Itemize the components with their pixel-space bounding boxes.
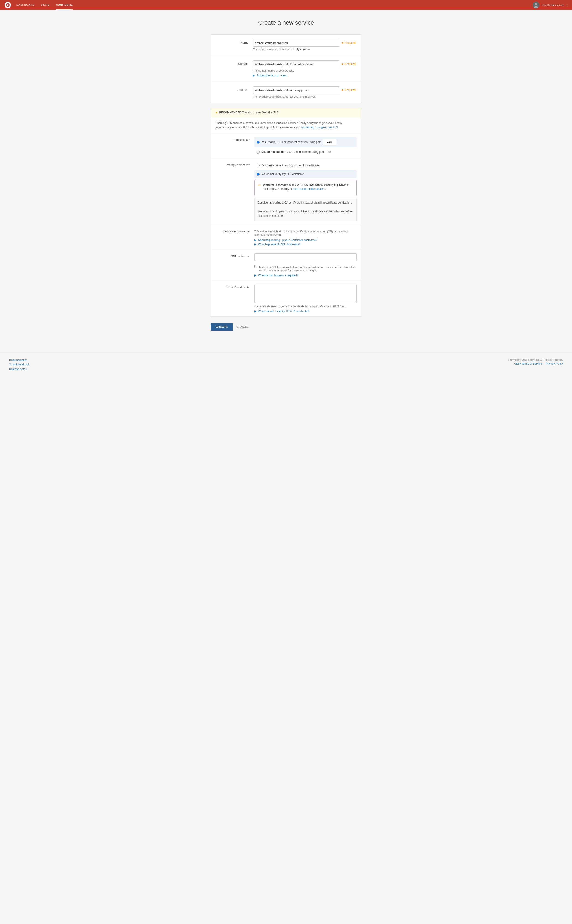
footer-release-link[interactable]: Release notes [9, 367, 30, 371]
page-wrapper: Create a new service Name ★ Required The… [206, 10, 366, 353]
footer-left: Documentation Submit feedback Release no… [9, 358, 30, 371]
enable-tls-controls: Yes, enable TLS and connect securely usi… [254, 137, 356, 155]
tls-ca-link[interactable]: When should I specify TLS CA certificate… [258, 310, 309, 313]
address-input-wrapper: ★ Required [253, 87, 356, 94]
name-input-wrapper: ★ Required [253, 39, 356, 47]
svg-point-7 [535, 3, 537, 5]
verify-yes-label: Yes, verify the authenticity of the TLS … [261, 163, 319, 167]
nav-configure[interactable]: CONFIGURE [56, 0, 73, 10]
tls-header-text: RECOMMENDED Transport Layer Security (TL… [219, 111, 280, 114]
tls-ca-label: TLS CA certificate [216, 285, 254, 289]
footer-privacy-link[interactable]: Privacy Policy [546, 362, 563, 365]
warning-text: Warning - Not verifying the certificate … [263, 183, 353, 191]
domain-controls: ★ Required The domain name of your websi… [253, 60, 356, 77]
sni-controls: Match the SNI hostname to the Certificat… [254, 253, 356, 277]
verify-no-option: No, do not verify my TLS certificate [254, 170, 356, 178]
tls-yes-label: Yes, enable TLS and connect securely usi… [261, 140, 321, 144]
chevron-down-icon[interactable] [566, 4, 567, 6]
tls-section: ● RECOMMENDED Transport Layer Security (… [211, 108, 361, 317]
footer-copyright: Copyright © 2018 Fastly Inc. All Rights … [508, 358, 563, 361]
warning-inner: ⚠ Warning - Not verifying the certificat… [258, 183, 353, 191]
cancel-button[interactable]: CANCEL [236, 323, 249, 331]
navbar-right: user@example.com [533, 2, 567, 8]
domain-required: ★ Required [341, 62, 356, 66]
verify-cert-controls: Yes, verify the authenticity of the TLS … [254, 163, 356, 221]
cert-hostname-hint: This value is matched against the certif… [254, 230, 356, 236]
domain-hint: The domain name of your website [253, 69, 356, 72]
footer: Documentation Submit feedback Release no… [0, 353, 572, 375]
mitm-link[interactable]: man-in-the-middle attacks [293, 187, 324, 191]
verify-cert-row: Verify certificate? Yes, verify the auth… [211, 159, 361, 225]
sni-match-checkbox[interactable] [254, 265, 257, 268]
footer-feedback-link[interactable]: Submit feedback [9, 363, 30, 366]
nav-links: DASHBOARD STATS CONFIGURE [16, 0, 533, 10]
enable-tls-row: Enable TLS? Yes, enable TLS and connect … [211, 133, 361, 159]
info-line1: Consider uploading a CA certificate inst… [258, 200, 353, 205]
domain-input-wrapper: ★ Required [253, 60, 356, 68]
logo[interactable] [5, 2, 11, 8]
tls-description: Enabling TLS ensures a private and unmod… [211, 117, 361, 133]
address-row: Address ★ Required The IP address (or ho… [211, 82, 361, 103]
name-controls: ★ Required The name of your service, suc… [253, 39, 356, 51]
tls-yes-option: Yes, enable TLS and connect securely usi… [254, 137, 356, 147]
sni-row: SNI hostname Match the SNI hostname to t… [211, 250, 361, 281]
cert-hostname-link2[interactable]: What happened to SSL hostname? [258, 243, 301, 246]
tls-ca-textarea[interactable] [254, 285, 356, 303]
verify-yes-radio[interactable] [256, 164, 260, 167]
info-box: Consider uploading a CA certificate inst… [254, 198, 356, 221]
domain-link[interactable]: Setting the domain name [257, 74, 287, 77]
form-actions: CREATE CANCEL [211, 323, 361, 331]
tls-ca-hint: CA certificate used to verify the certif… [254, 305, 356, 308]
domain-row: Domain ★ Required The domain name of you… [211, 56, 361, 82]
name-label: Name [216, 39, 253, 44]
cert-hostname-link1[interactable]: Need help looking up your Certificate ho… [258, 239, 317, 242]
svg-point-1 [7, 4, 8, 6]
sni-link[interactable]: When is SNI hostname required? [258, 274, 298, 277]
footer-terms-link[interactable]: Fastly Terms of Service [514, 362, 542, 365]
domain-label: Domain [216, 60, 253, 65]
sni-label: SNI hostname [216, 253, 254, 258]
tls-no-radio[interactable] [256, 150, 260, 153]
domain-input[interactable] [253, 60, 339, 68]
sni-hint: Match the SNI hostname to the Certificat… [259, 266, 356, 272]
verify-yes-option: Yes, verify the authenticity of the TLS … [254, 163, 356, 168]
name-row: Name ★ Required The name of your service… [211, 35, 361, 56]
page-title: Create a new service [211, 19, 361, 26]
enable-tls-label: Enable TLS? [216, 137, 254, 141]
name-input[interactable] [253, 39, 339, 47]
cert-hostname-row: Certificate hostname This value is match… [211, 225, 361, 250]
basic-form-section: Name ★ Required The name of your service… [211, 34, 361, 103]
tls-yes-radio[interactable] [256, 141, 260, 144]
tls-ca-row: TLS CA certificate CA certificate used t… [211, 281, 361, 316]
verify-no-radio[interactable] [256, 173, 260, 176]
username: user@example.com [542, 4, 564, 6]
sni-input[interactable] [254, 253, 356, 261]
tls-no-port: 80 [328, 150, 331, 153]
address-hint: The IP address (or hostname) for your or… [253, 95, 356, 98]
nav-stats[interactable]: STATS [41, 0, 50, 10]
navbar: DASHBOARD STATS CONFIGURE user@example.c… [0, 0, 572, 10]
avatar [533, 2, 539, 8]
tls-no-label: No, do not enable TLS. Instead connect u… [261, 150, 324, 154]
tls-ca-controls: CA certificate used to verify the certif… [254, 285, 356, 313]
cert-hostname-controls: This value is matched against the certif… [254, 229, 356, 246]
warning-icon: ⚠ [258, 183, 261, 191]
tls-header: ● RECOMMENDED Transport Layer Security (… [211, 108, 361, 117]
cert-hostname-label: Certificate hostname [216, 229, 254, 233]
sni-checkbox-row: Match the SNI hostname to the Certificat… [254, 264, 356, 272]
address-input[interactable] [253, 87, 339, 94]
tls-connecting-link[interactable]: connecting to origins over TLS [301, 126, 338, 129]
tls-recommended-icon: ● [216, 111, 217, 114]
address-label: Address [216, 87, 253, 91]
footer-legal: Fastly Terms of Service | Privacy Policy [508, 362, 563, 365]
footer-divider: | [544, 362, 544, 365]
footer-docs-link[interactable]: Documentation [9, 358, 30, 361]
warning-box: ⚠ Warning - Not verifying the certificat… [254, 180, 356, 196]
info-line2: We recommend opening a support ticket fo… [258, 209, 353, 218]
address-required: ★ Required [341, 88, 356, 92]
name-required: ★ Required [341, 41, 356, 45]
tls-no-option: No, do not enable TLS. Instead connect u… [254, 149, 356, 155]
nav-dashboard[interactable]: DASHBOARD [16, 0, 34, 10]
create-button[interactable]: CREATE [211, 323, 233, 331]
tls-yes-port-input[interactable] [323, 139, 336, 145]
